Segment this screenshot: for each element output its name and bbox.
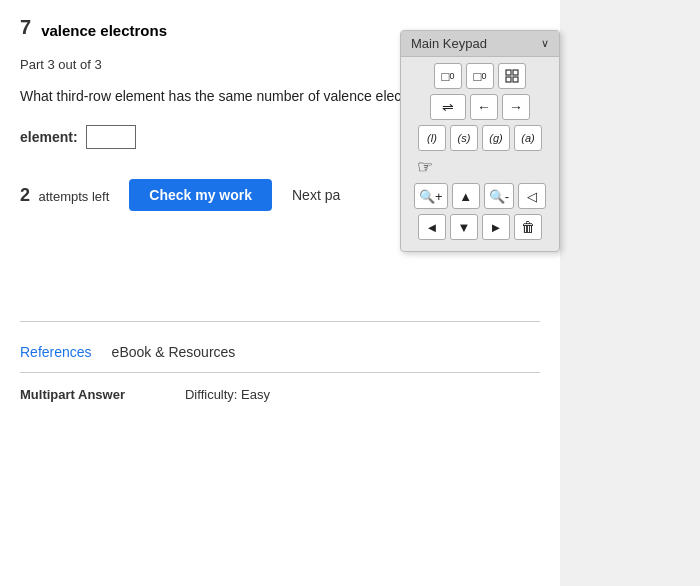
difficulty-text: Difficulty: Easy <box>185 387 270 402</box>
attempts-label: attempts left <box>38 189 109 204</box>
gas-state-btn[interactable]: (g) <box>482 125 510 151</box>
zoom-out-btn[interactable]: 🔍- <box>484 183 514 209</box>
down-btn[interactable]: ▼ <box>450 214 478 240</box>
next-page-button[interactable]: Next pa <box>292 187 340 203</box>
keypad-header[interactable]: Main Keypad ∨ <box>401 31 559 57</box>
valence-title: valence electrons <box>41 22 167 39</box>
keypad-row-4: 🔍+ ▲ 🔍- ◁ <box>407 183 553 209</box>
right-nav-btn[interactable]: ► <box>482 214 510 240</box>
part-number: 7 <box>20 16 31 39</box>
keypad-header-label: Main Keypad <box>411 36 487 51</box>
back-btn[interactable]: ◁ <box>518 183 546 209</box>
multipart-label: Multipart Answer <box>20 387 125 402</box>
attempts-number: 2 <box>20 185 30 205</box>
keypad-row-1: □0 □0 <box>407 63 553 89</box>
left-arrow-btn[interactable]: ← <box>470 94 498 120</box>
superscript-btn[interactable]: □0 <box>434 63 462 89</box>
svg-rect-2 <box>506 77 511 82</box>
references-link[interactable]: References <box>20 344 92 360</box>
keypad-chevron-icon: ∨ <box>541 37 549 50</box>
divider-1 <box>20 321 540 322</box>
references-row: References eBook & Resources <box>20 332 540 368</box>
up-btn[interactable]: ▲ <box>452 183 480 209</box>
equilibrium-btn[interactable]: ⇌ <box>430 94 466 120</box>
keypad-panel: Main Keypad ∨ □0 □0 ⇌ ← <box>400 30 560 252</box>
svg-rect-1 <box>513 70 518 75</box>
element-input[interactable] <box>86 125 136 149</box>
attempts-display: 2 attempts left <box>20 185 109 206</box>
zoom-in-btn[interactable]: 🔍+ <box>414 183 448 209</box>
matrix-btn[interactable] <box>498 63 526 89</box>
element-label: element: <box>20 129 78 145</box>
keypad-body: □0 □0 ⇌ ← → (l) (s <box>401 57 559 251</box>
solid-state-btn[interactable]: (s) <box>450 125 478 151</box>
hand-row: ☞ <box>407 156 553 178</box>
ebook-link[interactable]: eBook & Resources <box>112 344 236 360</box>
left-nav-btn[interactable]: ◄ <box>418 214 446 240</box>
divider-2 <box>20 372 540 373</box>
aqueous-state-btn[interactable]: (a) <box>514 125 542 151</box>
check-my-work-button[interactable]: Check my work <box>129 179 272 211</box>
subscript-btn[interactable]: □0 <box>466 63 494 89</box>
liquid-state-btn[interactable]: (l) <box>418 125 446 151</box>
keypad-row-2: ⇌ ← → <box>407 94 553 120</box>
right-arrow-btn[interactable]: → <box>502 94 530 120</box>
hand-cursor-icon: ☞ <box>417 156 433 178</box>
svg-rect-3 <box>513 77 518 82</box>
keypad-row-5: ◄ ▼ ► 🗑 <box>407 214 553 240</box>
main-content: 7 valence electrons Part 3 out of 3 What… <box>0 0 560 586</box>
keypad-row-3: (l) (s) (g) (a) <box>407 125 553 151</box>
spacer <box>20 251 540 311</box>
delete-btn[interactable]: 🗑 <box>514 214 542 240</box>
svg-rect-0 <box>506 70 511 75</box>
multipart-row: Multipart Answer Difficulty: Easy <box>20 377 540 402</box>
